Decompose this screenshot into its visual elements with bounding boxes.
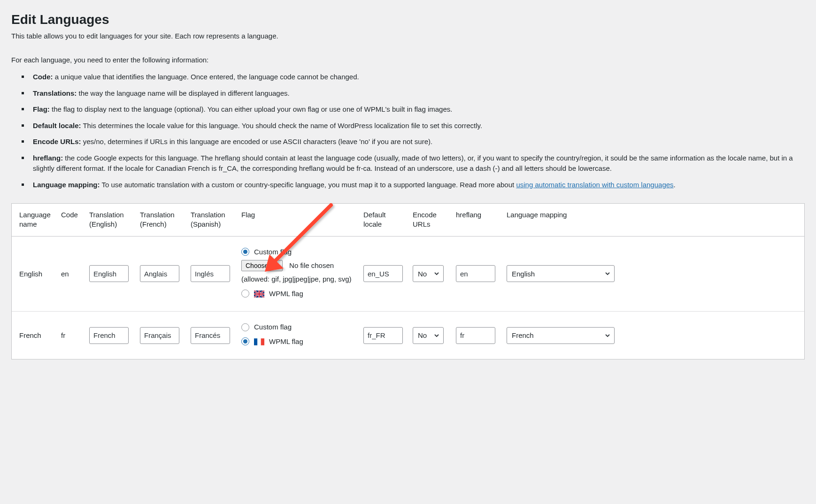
code-text: en	[61, 270, 69, 278]
col-tr-es: Translation (Spanish)	[186, 204, 237, 236]
allowed-types-label: (allowed: gif, jpg|jpeg|jpe, png, svg)	[241, 274, 354, 285]
info-text: the way the language name will be displa…	[77, 89, 289, 97]
mapping-value: French	[512, 331, 534, 339]
languages-table: Language name Code Translation (English)…	[12, 204, 804, 359]
encode-value: No	[418, 331, 427, 339]
custom-flag-label: Custom flag	[254, 247, 292, 258]
info-label: Code:	[33, 73, 53, 81]
cell-tr-fr	[135, 312, 186, 359]
chevron-down-icon	[434, 271, 439, 276]
translation-es-input[interactable]	[191, 327, 230, 344]
lang-name-text: English	[19, 270, 42, 278]
info-item: Encode URLs: yes/no, determines if URLs …	[27, 137, 805, 147]
cell-hreflang	[451, 236, 502, 312]
col-tr-en: Translation (English)	[85, 204, 135, 236]
mapping-value: English	[512, 270, 535, 278]
info-item: Translations: the way the language name …	[27, 88, 805, 99]
cell-flag: Custom flag Choose file No file chosen (…	[237, 312, 359, 359]
col-flag: Flag	[237, 204, 359, 236]
wpml-flag-radio[interactable]	[241, 337, 249, 345]
col-hreflang: hreflang	[451, 204, 502, 236]
info-text: To use automatic translation with a cust…	[100, 181, 516, 189]
info-list: Code: a unique value that identifies the…	[11, 72, 805, 190]
cell-tr-es	[186, 236, 237, 312]
translation-en-input[interactable]	[89, 327, 129, 344]
cell-tr-es	[186, 312, 237, 359]
wpml-flag-radio[interactable]	[241, 290, 249, 298]
info-item: Default locale: This determines the loca…	[27, 121, 805, 131]
col-lang-name: Language name	[12, 204, 56, 236]
table-row: English en Custom flag Choose file No fi…	[12, 236, 804, 312]
cell-encode: No	[408, 312, 451, 359]
cell-lang-name: English	[12, 236, 56, 312]
flag-icon	[254, 290, 264, 297]
info-label: Language mapping:	[33, 181, 100, 189]
info-tail: .	[674, 181, 676, 189]
custom-flag-radio[interactable]	[241, 323, 249, 331]
cell-tr-en	[85, 312, 135, 359]
col-code: Code	[56, 204, 85, 236]
page-title: Edit Languages	[11, 12, 805, 27]
translation-fr-input[interactable]	[140, 327, 179, 344]
chevron-down-icon	[605, 271, 610, 276]
info-text: the flag to display next to the language…	[50, 105, 453, 113]
custom-flag-radio[interactable]	[241, 248, 249, 256]
col-encode: Encode URLs	[408, 204, 451, 236]
svg-rect-5	[254, 338, 257, 345]
cell-tr-en	[85, 236, 135, 312]
info-label: Encode URLs:	[33, 137, 81, 145]
cell-mapping: French	[502, 312, 804, 359]
code-text: fr	[61, 331, 65, 339]
page-subtitle: This table allows you to edit languages …	[11, 31, 805, 42]
cell-mapping: English	[502, 236, 804, 312]
col-mapping: Language mapping	[502, 204, 804, 236]
encode-urls-select[interactable]: No	[413, 327, 444, 344]
translation-en-input[interactable]	[89, 265, 129, 282]
custom-flag-label: Custom flag	[254, 322, 292, 333]
chevron-down-icon	[605, 333, 610, 338]
cell-locale	[359, 236, 408, 312]
encode-value: No	[418, 270, 427, 278]
language-mapping-select[interactable]: English	[507, 265, 615, 282]
choose-file-button[interactable]: Choose file	[241, 260, 283, 271]
col-locale: Default locale	[359, 204, 408, 236]
cell-tr-fr	[135, 236, 186, 312]
hreflang-input[interactable]	[456, 327, 495, 344]
info-label: Flag:	[33, 105, 50, 113]
cell-lang-name: French	[12, 312, 56, 359]
info-label: hreflang:	[33, 154, 63, 162]
svg-rect-4	[254, 294, 264, 295]
info-item: Code: a unique value that identifies the…	[27, 72, 805, 83]
cell-encode: No	[408, 236, 451, 312]
encode-urls-select[interactable]: No	[413, 265, 444, 282]
info-label: Default locale:	[33, 122, 81, 130]
info-item: hreflang: the code Google expects for th…	[27, 153, 805, 174]
translation-es-input[interactable]	[191, 265, 230, 282]
locale-input[interactable]	[363, 327, 403, 344]
info-link[interactable]: using automatic translation with custom …	[516, 181, 673, 189]
cell-locale	[359, 312, 408, 359]
info-text: the code Google expects for this languag…	[33, 154, 793, 173]
info-text: This determines the locale value for thi…	[81, 122, 483, 130]
info-text: a unique value that identifies the langu…	[53, 73, 359, 81]
wpml-flag-label: WPML flag	[269, 289, 303, 299]
info-item: Flag: the flag to display next to the la…	[27, 104, 805, 115]
table-row: French fr Custom flag Choose file No fil…	[12, 312, 804, 359]
languages-table-wrap: Language name Code Translation (English)…	[11, 203, 805, 359]
language-mapping-select[interactable]: French	[507, 327, 615, 344]
hreflang-input[interactable]	[456, 265, 495, 282]
svg-rect-7	[261, 338, 264, 345]
no-file-label: No file chosen	[289, 260, 334, 271]
cell-code: fr	[56, 312, 85, 359]
cell-code: en	[56, 236, 85, 312]
info-text: yes/no, determines if URLs in this langu…	[81, 137, 433, 145]
flag-icon	[254, 338, 264, 345]
wpml-flag-label: WPML flag	[269, 336, 303, 347]
locale-input[interactable]	[363, 265, 403, 282]
svg-rect-6	[257, 338, 261, 345]
translation-fr-input[interactable]	[140, 265, 179, 282]
cell-flag: Custom flag Choose file No file chosen (…	[237, 236, 359, 312]
info-item: Language mapping: To use automatic trans…	[27, 180, 805, 191]
page-lead: For each language, you need to enter the…	[11, 55, 805, 66]
chevron-down-icon	[434, 333, 439, 338]
